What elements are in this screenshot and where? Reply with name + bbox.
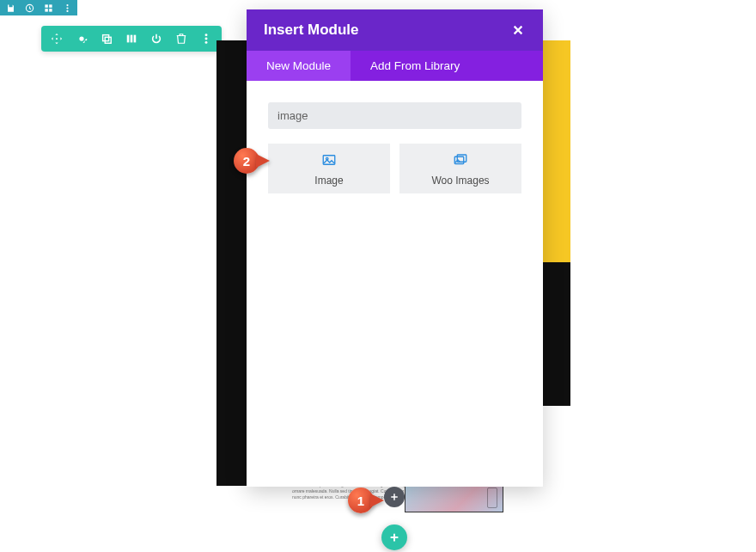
svg-point-14: [205, 38, 208, 40]
modal-body: Image Woo Images: [247, 81, 543, 487]
image-icon: [321, 152, 337, 171]
gear-icon[interactable]: [75, 32, 88, 46]
svg-rect-11: [131, 35, 133, 43]
svg-point-13: [205, 34, 208, 36]
section-mini-toolbar[interactable]: [0, 0, 77, 15]
callout-1: 1: [348, 488, 384, 515]
module-search-input[interactable]: [268, 102, 521, 129]
callout-2-pointer: [256, 154, 270, 168]
grid-icon[interactable]: [43, 3, 53, 13]
svg-point-15: [205, 41, 208, 44]
svg-rect-3: [45, 9, 47, 11]
modal-title: Insert Module: [264, 21, 359, 39]
svg-rect-8: [103, 35, 109, 41]
tab-new-module[interactable]: New Module: [247, 51, 351, 81]
module-grid: Image Woo Images: [268, 144, 521, 193]
module-woo-images-label: Woo Images: [431, 175, 489, 187]
modal-header: Insert Module: [247, 9, 543, 51]
svg-point-5: [66, 3, 68, 5]
clock-icon[interactable]: [24, 3, 34, 13]
power-icon[interactable]: [149, 32, 163, 46]
duplicate-icon[interactable]: [100, 32, 113, 46]
insert-module-modal: Insert Module New Module Add From Librar…: [247, 9, 543, 487]
callout-1-pointer: [370, 494, 384, 507]
more-icon[interactable]: [199, 32, 213, 46]
add-content-button[interactable]: [384, 487, 405, 507]
woo-images-icon: [453, 152, 468, 171]
svg-point-6: [66, 7, 68, 9]
modal-tabs: New Module Add From Library: [247, 51, 543, 81]
module-woo-images[interactable]: Woo Images: [399, 144, 521, 193]
more-icon[interactable]: [62, 3, 72, 13]
svg-rect-18: [454, 156, 464, 163]
move-icon[interactable]: [50, 32, 64, 46]
svg-rect-12: [134, 35, 137, 43]
add-section-button[interactable]: [381, 524, 407, 550]
callout-2: 2: [234, 148, 270, 175]
svg-rect-1: [45, 4, 47, 7]
delete-icon[interactable]: [174, 32, 188, 46]
svg-rect-2: [49, 4, 52, 7]
preview-image: [405, 483, 503, 512]
columns-icon[interactable]: [125, 32, 138, 46]
save-icon[interactable]: [5, 3, 15, 13]
svg-rect-4: [49, 9, 52, 11]
module-image[interactable]: Image: [268, 144, 390, 193]
module-image-label: Image: [314, 175, 343, 187]
svg-point-7: [66, 9, 68, 11]
close-icon[interactable]: [510, 22, 526, 38]
svg-rect-10: [127, 35, 130, 43]
svg-rect-9: [105, 37, 111, 43]
tab-add-from-library[interactable]: Add From Library: [351, 51, 479, 81]
row-toolbar[interactable]: [41, 26, 222, 52]
svg-rect-16: [323, 156, 335, 165]
